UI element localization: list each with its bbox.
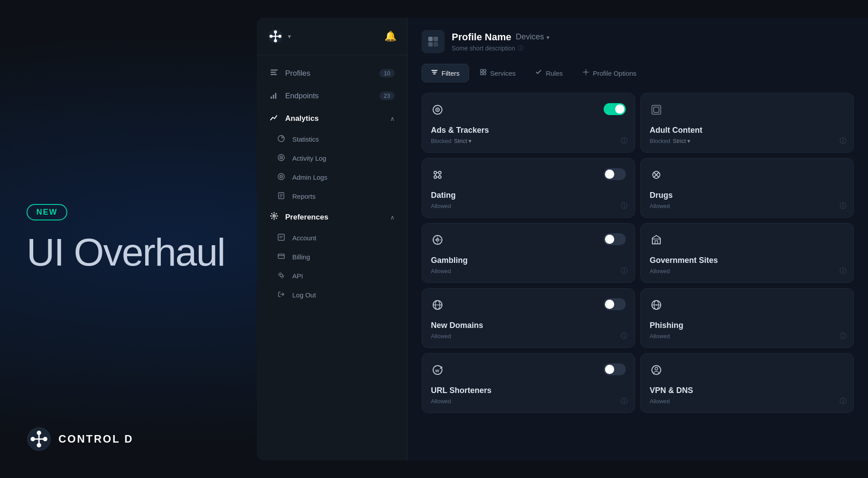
activity-log-icon — [276, 154, 286, 163]
svg-rect-40 — [480, 73, 483, 75]
gambling-info-icon[interactable]: ⓘ — [621, 267, 628, 275]
svg-rect-14 — [273, 95, 274, 99]
statistics-icon — [276, 135, 286, 144]
gambling-toggle[interactable] — [604, 233, 626, 245]
sidebar-header: ▾ 🔔 — [257, 28, 407, 55]
statistics-label: Statistics — [292, 135, 319, 143]
svg-rect-15 — [275, 93, 276, 99]
preferences-label: Preferences — [285, 213, 328, 222]
vpn-dns-icon — [650, 363, 663, 380]
drugs-status: Allowed — [650, 203, 845, 209]
url-shorteners-toggle[interactable] — [604, 363, 626, 375]
sidebar-item-statistics[interactable]: Statistics — [269, 130, 402, 148]
tab-services[interactable]: Services — [471, 64, 525, 82]
url-shorteners-info-icon[interactable]: ⓘ — [621, 397, 628, 405]
filter-card-vpn-dns: VPN & DNS Allowed ⓘ — [640, 353, 854, 413]
filter-card-phishing: Phishing Allowed ⓘ — [640, 288, 854, 348]
ads-trackers-info-icon[interactable]: ⓘ — [621, 137, 628, 145]
sidebar-item-endpoints[interactable]: Endpoints 23 — [262, 85, 402, 107]
dating-name: Dating — [431, 191, 626, 200]
dating-icon — [431, 168, 444, 185]
government-info-icon[interactable]: ⓘ — [840, 267, 846, 275]
new-domains-toggle[interactable] — [604, 298, 626, 310]
svg-rect-37 — [434, 42, 438, 46]
sidebar-item-profiles[interactable]: Profiles 10 — [262, 62, 402, 84]
svg-rect-34 — [428, 37, 433, 41]
profile-icon-box — [422, 30, 445, 53]
svg-rect-13 — [271, 96, 272, 99]
sidebar-item-account[interactable]: Account — [269, 229, 402, 247]
tab-filters-label: Filters — [442, 69, 460, 77]
filter-card-adult-content: Adult Content Blocked Strict ▾ ⓘ — [640, 93, 854, 153]
new-badge: NEW — [27, 204, 67, 220]
sidebar-item-reports[interactable]: Reports — [269, 187, 402, 205]
sidebar-item-analytics[interactable]: Analytics ∧ — [262, 108, 402, 129]
dating-toggle[interactable] — [604, 168, 626, 180]
profile-devices[interactable]: Devices ▾ — [516, 32, 550, 42]
adult-content-status: Blocked Strict ▾ — [650, 138, 845, 144]
dating-status: Allowed — [431, 203, 626, 209]
endpoints-icon — [269, 90, 279, 101]
drugs-info-icon[interactable]: ⓘ — [840, 202, 846, 210]
filter-grid: Ads & Trackers Blocked Strict ▾ ⓘ — [422, 93, 854, 413]
vpn-dns-info-icon[interactable]: ⓘ — [840, 397, 846, 405]
svg-point-7 — [274, 39, 277, 42]
drugs-name: Drugs — [650, 191, 845, 200]
notification-bell-icon[interactable]: 🔔 — [384, 31, 396, 42]
activity-log-label: Activity Log — [292, 154, 326, 162]
government-sites-name: Government Sites — [650, 256, 845, 265]
tab-rules-label: Rules — [546, 69, 562, 77]
svg-point-2 — [37, 443, 41, 447]
url-shorteners-icon: w — [431, 363, 444, 380]
adult-content-name: Adult Content — [650, 126, 845, 135]
sidebar-item-admin-logs[interactable]: Admin Logs — [269, 168, 402, 186]
phishing-name: Phishing — [650, 321, 845, 330]
tab-profile-options[interactable]: Profile Options — [574, 64, 645, 82]
sidebar-dropdown-arrow[interactable]: ▾ — [288, 33, 291, 40]
profiles-icon — [269, 68, 279, 79]
tab-filters[interactable]: Filters — [422, 64, 469, 82]
svg-point-22 — [281, 176, 282, 177]
phishing-info-icon[interactable]: ⓘ — [840, 332, 846, 340]
profile-info: Profile Name Devices ▾ Some short descri… — [452, 31, 854, 52]
adult-content-info-icon[interactable]: ⓘ — [840, 137, 846, 145]
endpoints-badge: 23 — [380, 92, 395, 100]
svg-text:w: w — [435, 368, 439, 373]
sidebar-item-billing[interactable]: Billing — [269, 248, 402, 266]
dating-info-icon[interactable]: ⓘ — [621, 202, 628, 210]
url-shorteners-status: Allowed — [431, 398, 626, 405]
svg-point-3 — [31, 437, 35, 441]
sidebar-item-preferences[interactable]: Preferences ∧ — [262, 206, 402, 228]
billing-icon — [276, 252, 286, 262]
preferences-chevron: ∧ — [390, 214, 395, 221]
svg-point-42 — [585, 71, 587, 73]
svg-rect-47 — [654, 107, 659, 112]
sidebar-logo[interactable]: ▾ — [267, 28, 291, 44]
profiles-label: Profiles — [285, 69, 310, 78]
ads-trackers-toggle[interactable] — [604, 103, 626, 115]
svg-point-9 — [279, 35, 282, 38]
sidebar-item-api[interactable]: API — [269, 267, 402, 285]
new-domains-icon — [431, 298, 444, 315]
services-tab-icon — [480, 69, 487, 77]
ads-trackers-status: Blocked Strict ▾ — [431, 138, 626, 144]
analytics-label: Analytics — [285, 114, 319, 123]
svg-rect-10 — [271, 69, 278, 71]
control-d-logo-icon — [27, 427, 51, 451]
svg-rect-38 — [480, 69, 483, 72]
vpn-dns-name: VPN & DNS — [650, 386, 845, 395]
bottom-logo: CONTROL D — [27, 427, 133, 451]
new-domains-info-icon[interactable]: ⓘ — [621, 332, 628, 340]
app-panel: ▾ 🔔 Profiles 10 — [257, 18, 868, 460]
sidebar-item-logout[interactable]: Log Out — [269, 286, 402, 304]
svg-point-4 — [43, 437, 47, 441]
svg-point-50 — [434, 176, 437, 178]
filter-card-new-domains: New Domains Allowed ⓘ — [422, 288, 635, 348]
svg-point-70 — [655, 367, 658, 370]
tab-profile-options-label: Profile Options — [593, 69, 636, 77]
gambling-icon — [431, 233, 444, 250]
hero-title: UI Overhaul — [27, 231, 230, 274]
sidebar-item-activity-log[interactable]: Activity Log — [269, 149, 402, 167]
svg-point-1 — [37, 431, 41, 435]
tab-rules[interactable]: Rules — [526, 64, 571, 82]
